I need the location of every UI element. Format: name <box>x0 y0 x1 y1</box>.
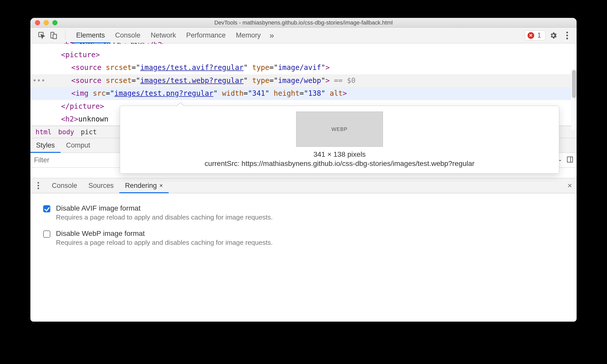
img-tag-hovered[interactable]: <img src="images/test.png?regular" width… <box>30 87 577 100</box>
styles-pane-menu-icon[interactable] <box>566 156 574 165</box>
overflow-dots-icon[interactable]: ••• <box>32 74 45 87</box>
drawer-tab-console[interactable]: Console <box>46 178 83 193</box>
svg-point-9 <box>38 188 39 189</box>
styles-tab[interactable]: Styles <box>30 138 61 153</box>
svg-point-3 <box>566 32 568 33</box>
drawer-tab-rendering[interactable]: Rendering × <box>119 178 169 193</box>
option-disable-avif: Disable AVIF image format Requires a pag… <box>43 204 564 221</box>
thumbnail-preview: WEBP <box>296 112 383 147</box>
option-desc: Requires a page reload to apply and disa… <box>56 239 273 247</box>
checkbox-disable-avif[interactable] <box>43 205 50 212</box>
rendering-panel: Disable AVIF image format Requires a pag… <box>30 193 577 265</box>
tooltip-current-src: currentSrc: https://mathiasbynens.github… <box>126 160 553 168</box>
selected-node-marker: == $0 <box>334 76 355 85</box>
drawer-tab-sources[interactable]: Sources <box>83 178 119 193</box>
styles-filter-input[interactable] <box>34 156 111 164</box>
option-title: Disable AVIF image format <box>56 204 273 212</box>
svg-rect-2 <box>53 34 57 39</box>
error-icon: ✕ <box>528 32 534 39</box>
thumbnail-label: WEBP <box>332 126 348 132</box>
image-hover-tooltip: WEBP 341 × 138 pixels currentSrc: https:… <box>120 106 559 174</box>
picture-open-tag[interactable]: <picture> <box>30 48 577 61</box>
option-disable-webp: Disable WebP image format Requires a pag… <box>43 229 564 247</box>
source-avif[interactable]: <source srcset="images/test.avif?regular… <box>30 61 577 74</box>
dom-scrollbar-thumb[interactable] <box>572 70 576 98</box>
crumb-picture[interactable]: pict <box>81 128 97 136</box>
checkbox-disable-webp[interactable] <box>43 230 50 238</box>
svg-point-8 <box>38 185 39 186</box>
error-count: 1 <box>537 31 541 39</box>
dom-scrollbar-track <box>571 69 577 130</box>
devtools-window: DevTools - mathiasbynens.github.io/css-d… <box>30 18 577 322</box>
svg-point-4 <box>566 34 568 36</box>
crumb-body[interactable]: body <box>58 128 74 136</box>
tooltip-dimensions: 341 × 138 pixels <box>126 150 553 159</box>
close-drawer-icon[interactable]: × <box>567 181 572 190</box>
option-title: Disable WebP image format <box>56 229 273 238</box>
crumb-html[interactable]: html <box>36 128 52 136</box>
titlebar: DevTools - mathiasbynens.github.io/css-d… <box>30 18 577 28</box>
svg-point-7 <box>38 182 39 184</box>
svg-rect-6 <box>567 157 573 162</box>
computed-tab[interactable]: Comput <box>61 138 96 153</box>
drawer-tabs: Console Sources Rendering × × <box>30 178 577 193</box>
option-desc: Requires a page reload to apply and disa… <box>56 213 273 221</box>
drawer-menu-icon[interactable] <box>32 180 44 191</box>
window-title: DevTools - mathiasbynens.github.io/css-d… <box>30 19 577 26</box>
source-webp-selected[interactable]: ••• <source srcset="images/test.webp?reg… <box>30 74 577 87</box>
close-tab-icon[interactable]: × <box>159 182 163 189</box>
